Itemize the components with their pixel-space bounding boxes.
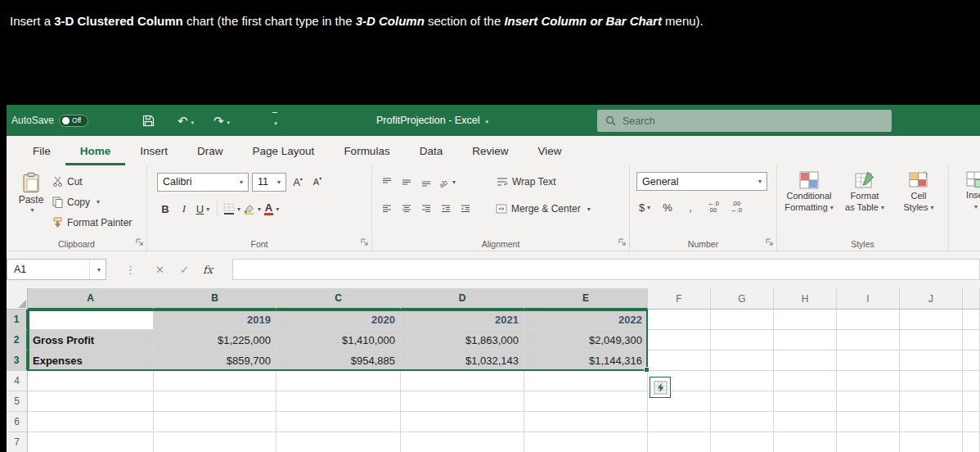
cell[interactable] <box>524 432 648 452</box>
cell[interactable] <box>900 432 963 452</box>
undo-button[interactable]: ↶ <box>172 105 200 136</box>
search-box[interactable]: Search <box>597 110 892 132</box>
cell[interactable] <box>963 412 980 432</box>
insert-function-button[interactable]: fx <box>203 251 213 288</box>
cell[interactable] <box>276 412 401 432</box>
row-header-4[interactable]: 4 <box>7 371 28 391</box>
insert-cells-button[interactable]: Inse <box>954 170 980 236</box>
cell-A2[interactable]: Gross Profit <box>28 330 154 350</box>
save-button[interactable] <box>136 105 160 136</box>
row-header-5[interactable]: 5 <box>7 391 28 412</box>
cell-E3[interactable]: $1,144,316 <box>524 350 648 371</box>
format-painter-button[interactable]: Format Painter <box>52 215 132 230</box>
cell[interactable] <box>837 330 900 350</box>
cell[interactable] <box>774 330 837 350</box>
decrease-decimal-button[interactable] <box>728 198 744 216</box>
font-size-select[interactable]: 11 <box>252 173 286 192</box>
cell[interactable] <box>711 330 774 350</box>
cell-C1[interactable]: 2020 <box>276 310 401 330</box>
cell[interactable] <box>774 371 837 391</box>
cell[interactable] <box>774 432 837 452</box>
cell[interactable] <box>774 310 837 330</box>
cell[interactable] <box>837 371 900 391</box>
merge-center-button[interactable]: Merge & Center <box>496 203 591 215</box>
cut-button[interactable]: Cut <box>52 174 132 189</box>
cell[interactable] <box>401 371 524 391</box>
cell[interactable] <box>711 412 774 432</box>
top-align-button[interactable] <box>379 173 395 191</box>
bottom-align-button[interactable] <box>418 173 434 191</box>
name-box[interactable]: A1 <box>7 259 106 280</box>
column-header-C[interactable]: C <box>276 288 401 310</box>
tab-formulas[interactable]: Formulas <box>329 136 404 165</box>
row-header-3[interactable]: 3 <box>7 350 28 371</box>
cell-D3[interactable]: $1,032,143 <box>401 350 524 371</box>
cell[interactable] <box>154 432 276 452</box>
increase-font-size-button[interactable]: A▴ <box>290 173 306 191</box>
cell[interactable] <box>837 310 900 330</box>
paste-button[interactable]: Paste <box>13 172 49 236</box>
cell[interactable] <box>900 330 963 350</box>
fill-color-button[interactable] <box>243 200 261 218</box>
cell-E2[interactable]: $2,049,300 <box>524 330 648 350</box>
cell[interactable] <box>154 412 276 432</box>
cell[interactable] <box>276 391 401 412</box>
cell[interactable] <box>963 310 980 330</box>
increase-indent-button[interactable] <box>457 200 474 218</box>
autosave-toggle[interactable]: AutoSave Off <box>11 105 88 136</box>
cell-C3[interactable]: $954,885 <box>276 350 401 371</box>
cell[interactable] <box>711 371 774 391</box>
row-header-6[interactable]: 6 <box>7 412 28 432</box>
cell[interactable] <box>963 391 980 412</box>
row-header-1[interactable]: 1 <box>7 310 28 330</box>
cancel-button[interactable]: ✕ <box>155 251 164 288</box>
cell[interactable] <box>837 432 900 452</box>
percent-style-button[interactable]: % <box>659 198 676 216</box>
cell[interactable] <box>963 371 980 391</box>
format-as-table-button[interactable]: Format as Table <box>838 170 892 213</box>
cell-E1[interactable]: 2022 <box>524 310 648 330</box>
cell[interactable] <box>28 432 154 452</box>
dialog-launcher-icon[interactable] <box>618 237 627 246</box>
cell[interactable] <box>154 371 276 391</box>
cell[interactable] <box>524 391 648 412</box>
column-header-I[interactable]: I <box>837 288 900 310</box>
column-header-K-partial[interactable] <box>963 288 980 310</box>
cell[interactable] <box>401 391 524 412</box>
align-right-button[interactable] <box>418 200 434 218</box>
align-center-button[interactable] <box>398 200 415 218</box>
cell[interactable] <box>837 391 900 412</box>
cell[interactable] <box>648 350 711 371</box>
bold-button[interactable]: B <box>157 200 173 218</box>
borders-button[interactable] <box>223 200 241 218</box>
column-header-D[interactable]: D <box>401 288 524 310</box>
row-header-7[interactable]: 7 <box>7 432 28 452</box>
italic-button[interactable]: I <box>176 200 192 218</box>
cell-D1[interactable]: 2021 <box>401 310 524 330</box>
accounting-format-button[interactable]: $ <box>636 198 653 216</box>
decrease-font-size-button[interactable]: A▾ <box>309 173 326 191</box>
middle-align-button[interactable] <box>398 173 415 191</box>
cell[interactable] <box>711 432 774 452</box>
cell[interactable] <box>774 391 837 412</box>
underline-button[interactable]: U <box>195 200 211 218</box>
tab-draw[interactable]: Draw <box>182 136 238 165</box>
tab-page-layout[interactable]: Page Layout <box>238 136 330 165</box>
dialog-launcher-icon[interactable] <box>360 237 369 246</box>
column-header-J[interactable]: J <box>900 288 963 310</box>
cell-C2[interactable]: $1,410,000 <box>276 330 401 350</box>
column-header-H[interactable]: H <box>774 288 837 310</box>
tab-file[interactable]: File <box>18 136 65 165</box>
cell[interactable] <box>648 310 711 330</box>
column-header-G[interactable]: G <box>711 288 774 310</box>
tab-view[interactable]: View <box>523 136 576 165</box>
cell[interactable] <box>774 412 837 432</box>
cell[interactable] <box>276 371 401 391</box>
name-box-dropdown[interactable] <box>89 260 106 279</box>
align-left-button[interactable] <box>379 200 395 218</box>
column-header-F[interactable]: F <box>648 288 711 310</box>
cell[interactable] <box>401 412 524 432</box>
tab-data[interactable]: Data <box>405 136 458 165</box>
cell[interactable] <box>963 350 980 371</box>
cell[interactable] <box>837 412 900 432</box>
